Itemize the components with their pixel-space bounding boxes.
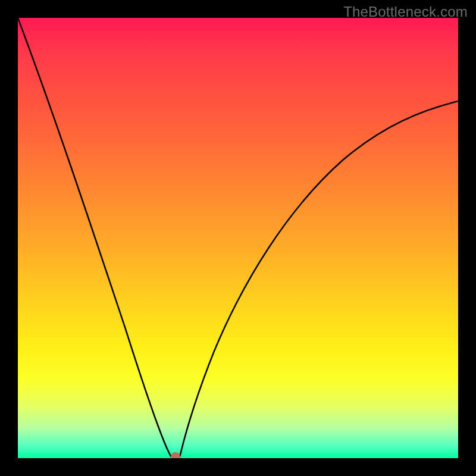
watermark-label: TheBottleneck.com (343, 4, 468, 20)
curve-layer (18, 18, 458, 458)
bottleneck-curve (18, 18, 458, 457)
chart-frame: TheBottleneck.com (0, 0, 476, 476)
plot-area (18, 18, 458, 458)
optimum-marker (171, 452, 180, 458)
